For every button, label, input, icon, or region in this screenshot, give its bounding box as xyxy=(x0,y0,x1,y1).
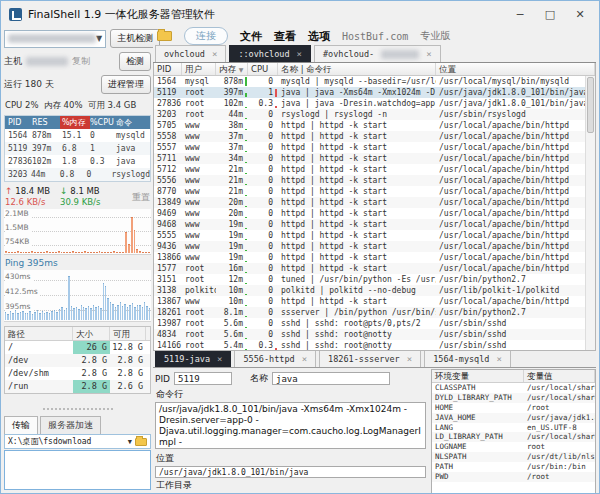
col-cpu[interactable]: CPU xyxy=(248,63,278,75)
process-row[interactable]: 13866www19m0httpd | httpd -k start/usr/l… xyxy=(154,252,585,263)
process-row[interactable]: 1577root16m0httpd | httpd -k start/usr/l… xyxy=(154,263,585,274)
pro-version-link[interactable]: 专业版 xyxy=(420,29,450,43)
env-col-value[interactable]: 变量值 xyxy=(524,370,595,382)
env-row[interactable]: DYLD_LIBRARY_PATH/usr/local/share/resin-… xyxy=(432,393,595,403)
tab-close-icon[interactable]: × xyxy=(407,354,412,364)
process-row[interactable]: 13849www20m0httpd | httpd -k start/usr/l… xyxy=(154,197,585,208)
process-detail-tab[interactable]: 1564-mysqld× xyxy=(424,350,511,367)
process-row[interactable]: 9468www19m0httpd | httpd -k start/usr/lo… xyxy=(154,219,585,230)
col-user[interactable]: 用户 xyxy=(182,63,216,75)
mini-col-header[interactable]: %CPU xyxy=(90,116,116,129)
reset-link[interactable]: 重置 xyxy=(132,192,150,203)
env-row[interactable]: CLASSPATH/usr/local/share/resin-4.0.36/l… xyxy=(432,383,595,393)
tab-close-icon[interactable]: × xyxy=(302,354,307,364)
process-manager-button[interactable]: 进程管理 xyxy=(101,75,151,94)
mini-col-header[interactable]: %内存 xyxy=(60,116,90,129)
env-row[interactable]: LANGen_US.UTF-8 xyxy=(432,423,595,433)
session-tab[interactable]: ::ovhcloud× xyxy=(229,45,311,62)
splitter-handle[interactable] xyxy=(43,408,113,410)
session-tab[interactable]: #ovhcloud-× xyxy=(314,45,441,62)
check-button[interactable]: 检测 xyxy=(119,52,151,71)
host-select[interactable]: ▼ xyxy=(4,30,106,48)
disk-table-row[interactable]: /26 G12.8 G xyxy=(5,341,150,354)
process-row[interactable]: 5705www38m0httpd | httpd -k start/usr/lo… xyxy=(154,120,585,131)
process-row[interactable]: 9469www20m0httpd | httpd -k start/usr/lo… xyxy=(154,208,585,219)
env-row[interactable]: LOGNAMEroot xyxy=(432,442,595,452)
process-detail-tab[interactable]: 18261-ssserver× xyxy=(319,350,421,367)
mini-col-header[interactable]: PID xyxy=(5,116,32,129)
process-row[interactable]: 5556www21m0httpd | httpd -k start/usr/lo… xyxy=(154,175,585,186)
process-row[interactable]: 9436www19m0httpd | httpd -k start/usr/lo… xyxy=(154,241,585,252)
env-row[interactable]: PATH/usr/bin:/bin xyxy=(432,462,595,472)
minimize-button[interactable]: ─ xyxy=(505,3,535,25)
name-field[interactable] xyxy=(272,372,390,385)
process-row[interactable]: 5557www37m0httpd | httpd -k start/usr/lo… xyxy=(154,142,585,153)
close-button[interactable]: ✕ xyxy=(565,3,595,25)
transfer-file-area[interactable] xyxy=(4,450,151,490)
chevron-down-icon[interactable]: ▼ xyxy=(128,438,132,446)
pid-field[interactable] xyxy=(174,372,232,385)
maximize-button[interactable]: □ xyxy=(535,3,565,25)
session-tab[interactable]: ovhcloud× xyxy=(155,45,226,62)
process-detail-tab[interactable]: 5556-httpd× xyxy=(234,350,316,367)
env-row[interactable]: JAVA_HOME/usr/java/jdk1.8.0_101/jre/bin/… xyxy=(432,413,595,423)
disk-col-avail[interactable]: 可用 xyxy=(110,327,146,340)
col-pid[interactable]: PID xyxy=(154,63,182,75)
disk-table-row[interactable]: /dev/shm2.8 G2.8 G xyxy=(5,367,150,380)
process-row[interactable]: 14166root5.4m0.3sshd | sshd: root@notty/… xyxy=(154,340,585,350)
env-table-header[interactable]: 环境变量 变量值 xyxy=(432,370,595,383)
disk-table-row[interactable]: /run2.8 G2.6 G xyxy=(5,380,150,393)
connect-button[interactable]: 连接 xyxy=(184,27,228,45)
process-row[interactable]: 18261root8.1m0ssserver | /bin/python /us… xyxy=(154,307,585,318)
process-row[interactable]: 5555www19m0httpd | httpd -k start/usr/lo… xyxy=(154,230,585,241)
transfer-tab[interactable]: 服务器加速 xyxy=(40,416,101,434)
process-row[interactable]: 13867www10m0httpd | httpd -k start/usr/l… xyxy=(154,296,585,307)
download-path-bar[interactable]: X:\桌面\fsdownload ▼ xyxy=(4,434,151,449)
menu-file[interactable]: 文件 xyxy=(240,29,262,44)
mini-col-header[interactable]: 命令 xyxy=(116,116,150,129)
mini-col-header[interactable]: RES xyxy=(32,116,60,129)
process-row[interactable]: 5558www37m0httpd | httpd -k start/usr/lo… xyxy=(154,131,585,142)
process-row[interactable]: 27836root102m0.3java | java -Dresin.watc… xyxy=(154,98,585,109)
copy-link[interactable]: 复制 xyxy=(72,55,90,68)
disk-col-path[interactable]: 路径 xyxy=(5,327,73,340)
mini-table-header[interactable]: PIDRES%内存%CPU命令 xyxy=(5,116,150,129)
col-mem[interactable]: 内存 ▼ xyxy=(216,63,248,75)
process-table-header[interactable]: PID 用户 内存 ▼ CPU 名称 | 命令行 位置 xyxy=(154,63,595,76)
scrollbar-thumb[interactable] xyxy=(587,77,594,133)
mini-table-row[interactable]: 27836102m1.80.3java xyxy=(5,155,150,168)
process-row[interactable]: 5712www21m0httpd | httpd -k start/usr/lo… xyxy=(154,164,585,175)
env-col-name[interactable]: 环境变量 xyxy=(432,370,524,382)
disk-table-row[interactable]: /dev2.8 G2.8 G xyxy=(5,354,150,367)
process-row[interactable]: 5711www34m0httpd | httpd -k start/usr/lo… xyxy=(154,153,585,164)
tab-close-icon[interactable]: × xyxy=(496,354,501,364)
col-name-cmd[interactable]: 名称 | 命令行 xyxy=(278,63,436,75)
transfer-tab[interactable]: 传输 xyxy=(4,416,38,434)
process-detail-tab[interactable]: 5119-java× xyxy=(155,350,231,367)
tab-close-icon[interactable]: × xyxy=(297,49,302,59)
process-row[interactable]: 8770www21m0httpd | httpd -k start/usr/lo… xyxy=(154,186,585,197)
env-row[interactable]: HOME/root xyxy=(432,403,595,413)
process-row[interactable]: 4834root5.6m0sshd | sshd: root@notty/usr… xyxy=(154,329,585,340)
mini-table-row[interactable]: 1564878m15.10mysqld xyxy=(5,129,150,142)
env-row[interactable]: LD_LIBRARY_PATH/usr/local/share/resin-4.… xyxy=(432,432,595,442)
site-link[interactable]: HostBuf.com xyxy=(342,31,408,42)
menu-options[interactable]: 选项 xyxy=(308,29,330,44)
process-row[interactable]: 13987root5.6m0sshd | sshd: root@pts/0,pt… xyxy=(154,318,585,329)
disk-col-size[interactable]: 大小 xyxy=(73,327,110,340)
disk-table-header[interactable]: 路径 大小 可用 xyxy=(5,327,150,341)
cmdline-textarea[interactable]: /usr/java/jdk1.8.0_101/bin/java -Xms64m … xyxy=(155,402,426,449)
mini-table-row[interactable]: 320344m0.80rsyslogd xyxy=(5,168,150,181)
mini-table-row[interactable]: 5119397m6.81java xyxy=(5,142,150,155)
col-path[interactable]: 位置 xyxy=(436,63,595,75)
folder-icon[interactable] xyxy=(135,438,147,446)
process-row[interactable]: 5119root397m1java | java -Xms64m -Xmx102… xyxy=(154,87,585,98)
menu-view[interactable]: 查看 xyxy=(274,29,296,44)
process-row[interactable]: 3151root12m0tuned | /usr/bin/python -Es … xyxy=(154,274,585,285)
location-field[interactable] xyxy=(155,466,426,478)
tab-close-icon[interactable]: × xyxy=(212,49,217,59)
tab-close-icon[interactable]: × xyxy=(217,354,222,364)
folder-icon[interactable] xyxy=(157,31,172,41)
process-row[interactable]: 3203root44m0rsyslogd | rsyslogd -n/usr/s… xyxy=(154,109,585,120)
tab-close-icon[interactable]: × xyxy=(426,49,431,59)
